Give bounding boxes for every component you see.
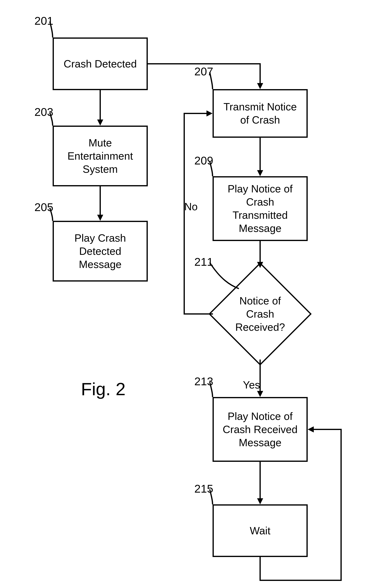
edge-label-no: No	[184, 201, 198, 213]
svg-marker-11	[257, 391, 263, 397]
svg-marker-6	[257, 170, 263, 176]
edge-label-yes: Yes	[243, 379, 260, 391]
svg-marker-4	[257, 83, 263, 89]
edge-201-203	[97, 90, 105, 126]
node-text: Crash Detected	[63, 57, 137, 70]
svg-marker-1	[97, 120, 103, 126]
edge-215-213	[257, 426, 346, 584]
node-crash-detected: Crash Detected	[53, 38, 148, 90]
figure-label: Fig. 2	[81, 379, 125, 399]
leader-203	[49, 111, 69, 132]
leader-201	[49, 20, 69, 41]
edge-207-209	[257, 138, 265, 177]
svg-marker-3	[97, 215, 103, 221]
flowchart-stage: Crash Detected 201 Mute Entertainment Sy…	[0, 0, 384, 588]
svg-marker-14	[308, 426, 314, 432]
leader-213	[208, 381, 229, 403]
edge-201-207	[148, 61, 265, 91]
node-text: Play Crash Detected Message	[58, 231, 142, 271]
node-mute-entertainment: Mute Entertainment System	[53, 126, 148, 186]
edge-211-no-207	[181, 110, 232, 319]
svg-marker-8	[257, 262, 263, 268]
node-text: Mute Entertainment System	[58, 136, 142, 176]
edge-209-211	[257, 241, 265, 278]
svg-marker-9	[206, 110, 213, 116]
edge-203-205	[97, 186, 105, 222]
node-play-crash-detected: Play Crash Detected Message	[53, 221, 148, 282]
leader-205	[49, 207, 69, 227]
leader-215	[208, 488, 229, 510]
